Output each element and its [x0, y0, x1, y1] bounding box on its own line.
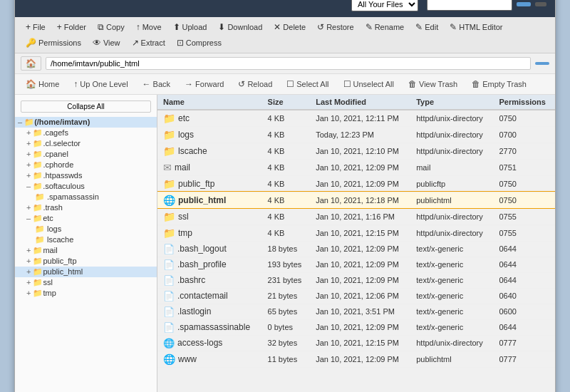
collapse-all-button[interactable]: Collapse All: [21, 100, 151, 113]
search-input[interactable]: [427, 0, 512, 11]
plus-icon: +: [26, 128, 31, 137]
rename-button[interactable]: ✎ Rename: [361, 20, 410, 34]
sidebar-item-lscache[interactable]: 📁 lscache: [15, 234, 157, 245]
up-one-level-button[interactable]: ↑ Up One Level: [68, 77, 133, 91]
type-column-header[interactable]: Type: [410, 95, 493, 110]
tree-root-row[interactable]: – 📁 (/home/imtavn): [15, 117, 157, 128]
download-button[interactable]: ⬇ Download: [213, 20, 267, 34]
size-cell: 231 bytes: [262, 272, 311, 288]
sidebar-item-spamassassin[interactable]: 📁 .spamassassin: [15, 192, 157, 202]
sidebar-item-cphorde[interactable]: + 📁 .cphorde: [15, 160, 157, 170]
restore-button[interactable]: ↺ Restore: [312, 20, 359, 34]
permissions-cell: 0644: [494, 241, 556, 257]
table-row[interactable]: 🌐 www 11 bytes Jan 10, 2021, 12:09 PM pu…: [157, 351, 555, 367]
plus-icon: +: [26, 150, 31, 158]
toolbar: + File + Folder ⧉ Copy ↑ Move ⬆ Upload ⬇…: [15, 17, 555, 53]
move-button[interactable]: ↑ Move: [131, 20, 167, 34]
search-scope-select[interactable]: All Your Files: [351, 0, 418, 11]
sidebar-item-public-ftp[interactable]: + 📁 public_ftp: [15, 256, 157, 267]
folder-icon: 📁: [163, 211, 175, 222]
sidebar-item-mail[interactable]: + 📁 mail: [15, 245, 157, 256]
permissions-button[interactable]: 🔑 Permissions: [21, 36, 86, 50]
table-row[interactable]: 📁 public_ftp 4 KB Jan 10, 2021, 12:09 PM…: [157, 175, 555, 192]
html-editor-button[interactable]: ✎ HTML Editor: [445, 20, 507, 34]
sidebar-item-htpasswds[interactable]: + 📁 .htpasswds: [15, 170, 157, 181]
table-row[interactable]: 📁 lscache 4 KB Jan 10, 2021, 12:10 PM ht…: [157, 143, 555, 159]
size-cell: 4 KB: [262, 126, 311, 143]
new-file-button[interactable]: + File: [21, 20, 51, 34]
table-row[interactable]: 🌐 public_html 4 KB Jan 10, 2021, 12:18 P…: [157, 192, 555, 208]
uncheck-icon: ☐: [343, 79, 351, 89]
view-trash-button[interactable]: 🗑 View Trash: [403, 77, 462, 91]
name-column-header[interactable]: Name: [157, 95, 262, 110]
size-cell: 4 KB: [262, 225, 311, 241]
plus-icon: +: [26, 267, 31, 276]
sidebar-item-logs[interactable]: 📁 logs: [15, 224, 157, 234]
edit-button[interactable]: ✎ Edit: [410, 20, 443, 34]
sidebar-label: .cl.selector: [43, 139, 81, 148]
plus-icon: +: [26, 203, 31, 212]
table-row[interactable]: ✉ mail 4 KB Jan 10, 2021, 12:09 PM mail …: [157, 159, 555, 175]
delete-button[interactable]: ✕ Delete: [269, 20, 311, 34]
copy-button[interactable]: ⧉ Copy: [93, 20, 130, 34]
forward-button[interactable]: → Forward: [180, 77, 229, 91]
permissions-cell: 0777: [494, 351, 556, 367]
download-icon: ⬇: [218, 22, 225, 32]
size-column-header[interactable]: Size: [262, 95, 311, 110]
web-icon: 🌐: [163, 195, 175, 206]
mail-icon: ✉: [163, 162, 172, 173]
settings-button[interactable]: [535, 2, 546, 6]
modified-cell: Jan 10, 2021, 12:09 PM: [310, 175, 410, 192]
permissions-cell: 0640: [494, 288, 556, 304]
reload-button[interactable]: ↺ Reload: [233, 77, 277, 91]
modified-cell: Today, 12:23 PM: [310, 126, 410, 143]
path-input[interactable]: [46, 57, 531, 70]
table-row[interactable]: 📁 logs 4 KB Today, 12:23 PM httpd/unix-d…: [157, 126, 555, 143]
sidebar-item-tmp[interactable]: + 📁 tmp: [15, 288, 157, 299]
sidebar-item-ssl[interactable]: + 📁 ssl: [15, 277, 157, 288]
sidebar-item-cl-selector[interactable]: + 📁 .cl.selector: [15, 138, 157, 149]
extract-button[interactable]: ↗ Extract: [127, 36, 170, 50]
new-folder-button[interactable]: + Folder: [52, 20, 91, 34]
table-row[interactable]: 📄 .lastlogin 65 bytes Jan 10, 2021, 3:51…: [157, 304, 555, 319]
filename: tmp: [178, 228, 192, 238]
modified-cell: Jan 10, 2021, 12:10 PM: [310, 143, 410, 159]
sidebar-item-cagefs[interactable]: + 📁 .cagefs: [15, 128, 157, 138]
trash-empty-icon: 🗑: [472, 79, 480, 89]
folder-icon: 📁: [33, 278, 43, 287]
file-icon: 📄: [163, 306, 175, 317]
sidebar-item-etc[interactable]: – 📁 etc: [15, 213, 157, 224]
table-row[interactable]: 🌐 access-logs 32 bytes Jan 10, 2021, 12:…: [157, 335, 555, 351]
sidebar-item-softaculous[interactable]: – 📁 .softaculous: [15, 181, 157, 192]
modified-column-header[interactable]: Last Modified: [310, 95, 410, 110]
sidebar-item-cpanel[interactable]: + 📁 .cpanel: [15, 149, 157, 160]
empty-trash-button[interactable]: 🗑 Empty Trash: [467, 77, 532, 91]
table-row[interactable]: 📄 .bash_logout 18 bytes Jan 10, 2021, 12…: [157, 241, 555, 257]
search-go-button[interactable]: [517, 2, 531, 6]
table-row[interactable]: 📄 .spamassassinable 0 bytes Jan 10, 2021…: [157, 319, 555, 335]
table-row[interactable]: 📁 ssl 4 KB Jan 10, 2021, 1:16 PM httpd/u…: [157, 208, 555, 225]
select-all-button[interactable]: ☐ Select All: [281, 77, 333, 91]
unselect-all-button[interactable]: ☐ Unselect All: [338, 77, 399, 91]
back-button[interactable]: ← Back: [138, 77, 175, 91]
table-row[interactable]: 📄 .bash_profile 193 bytes Jan 10, 2021, …: [157, 257, 555, 272]
table-row[interactable]: 📁 tmp 4 KB Jan 10, 2021, 12:15 PM httpd/…: [157, 225, 555, 241]
upload-button[interactable]: ⬆ Upload: [168, 20, 212, 34]
table-row[interactable]: 📄 .contactemail 21 bytes Jan 10, 2021, 1…: [157, 288, 555, 304]
sidebar-item-trash[interactable]: + 📁 .trash: [15, 202, 157, 213]
size-cell: 4 KB: [262, 192, 311, 208]
table-row[interactable]: 📁 etc 4 KB Jan 10, 2021, 12:11 PM httpd/…: [157, 110, 555, 127]
permissions-column-header[interactable]: Permissions: [494, 95, 556, 110]
home-button[interactable]: 🏠: [21, 56, 41, 71]
name-cell: 📁 logs: [157, 126, 262, 143]
folder-icon: 📁: [33, 171, 43, 180]
path-go-button[interactable]: [535, 62, 549, 65]
name-cell: 📁 tmp: [157, 225, 262, 241]
home-nav-button[interactable]: 🏠 Home: [21, 77, 64, 91]
compress-button[interactable]: ⊡ Compress: [172, 36, 227, 50]
sidebar-item-public-html[interactable]: + 📁 public_html: [15, 267, 157, 277]
view-button[interactable]: 👁 View: [88, 36, 125, 50]
modified-cell: Jan 10, 2021, 12:11 PM: [310, 110, 410, 127]
table-row[interactable]: 📄 .bashrc 231 bytes Jan 10, 2021, 12:09 …: [157, 272, 555, 288]
name-cell: 📁 public_ftp: [157, 175, 262, 192]
